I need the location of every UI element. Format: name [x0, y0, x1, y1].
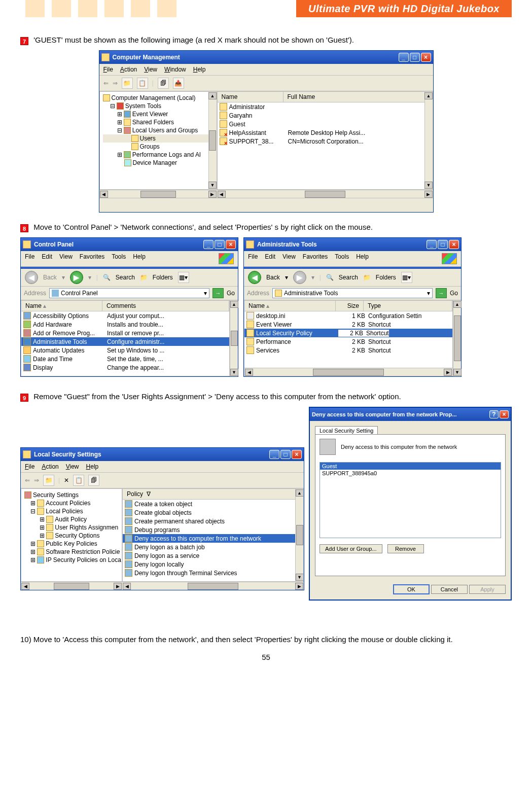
minimize-button[interactable]: _: [203, 240, 214, 249]
tree-item[interactable]: ⊟ Local Policies: [24, 507, 119, 515]
list-item[interactable]: Performance2 KBShortcut: [244, 337, 452, 346]
close-button[interactable]: ×: [421, 53, 431, 62]
tree-item[interactable]: ⊞ Security Options: [24, 532, 119, 540]
tree-h-scrollbar[interactable]: ◀▶: [99, 190, 217, 198]
export-icon[interactable]: 🗐: [88, 475, 99, 486]
menu-view[interactable]: View: [66, 463, 79, 470]
list-item[interactable]: Add or Remove Prog...Install or remove p…: [21, 329, 229, 337]
policy-item[interactable]: Create global objects: [123, 508, 303, 517]
search-icon[interactable]: 🔍: [326, 274, 334, 281]
tree-item[interactable]: ⊞ Software Restriction Policie: [24, 548, 119, 556]
tree-item[interactable]: ⊞ Public Key Policies: [24, 540, 119, 548]
minimize-button[interactable]: _: [399, 53, 409, 62]
list-v-scrollbar[interactable]: ▲▼: [424, 92, 433, 189]
back-button[interactable]: ◀: [248, 271, 261, 284]
folders-icon[interactable]: 📁: [363, 274, 371, 281]
at-titlebar[interactable]: Administrative Tools _ □ ×: [244, 238, 461, 251]
tree-eventviewer[interactable]: ⊞ Event Viewer: [103, 110, 214, 118]
col-policy[interactable]: Policy ∇: [123, 489, 303, 499]
list-item[interactable]: Services2 KBShortcut: [244, 346, 452, 355]
address-field[interactable]: Administrative Tools▾: [272, 288, 433, 298]
apply-button[interactable]: Apply: [469, 585, 506, 594]
back-label[interactable]: Back: [266, 274, 280, 281]
menu-help[interactable]: Help: [86, 463, 99, 470]
back-arrow-icon[interactable]: ⇐: [25, 477, 30, 484]
maximize-button[interactable]: □: [280, 450, 291, 459]
lss-v-scrollbar[interactable]: ▲▼: [295, 489, 303, 581]
tree-users[interactable]: Users: [103, 134, 214, 143]
tree-item[interactable]: ⊞ User Rights Assignmen: [24, 523, 119, 532]
tree-item[interactable]: Security Settings: [24, 491, 119, 499]
fwd-button[interactable]: ▶: [70, 271, 83, 284]
menu-file[interactable]: File: [25, 253, 34, 264]
menu-tools[interactable]: Tools: [335, 253, 349, 264]
lss-policy-list[interactable]: Policy ∇ Create a token object Create gl…: [122, 488, 304, 582]
menu-view[interactable]: View: [144, 66, 157, 73]
col-size[interactable]: Size: [336, 301, 364, 311]
tree-devmgr[interactable]: Device Manager: [103, 159, 214, 167]
up-folder-icon[interactable]: 📁: [43, 475, 54, 486]
folders-icon[interactable]: 📁: [140, 274, 148, 281]
list-h-scrollbar[interactable]: ◀▶: [217, 190, 433, 198]
policy-item-selected[interactable]: Deny access to this computer from the ne…: [123, 534, 303, 543]
menu-window[interactable]: Window: [164, 66, 186, 73]
tree-item[interactable]: ⊞ IP Security Policies on Loca: [24, 556, 119, 564]
delete-icon[interactable]: ✕: [64, 477, 69, 484]
fwd-arrow-icon[interactable]: ⇒: [34, 477, 39, 484]
properties-icon[interactable]: 📋: [137, 78, 148, 89]
address-field[interactable]: Control Panel▾: [49, 288, 209, 298]
menu-edit[interactable]: Edit: [265, 253, 275, 264]
ok-button[interactable]: OK: [393, 584, 430, 594]
remove-button[interactable]: Remove: [387, 544, 424, 553]
close-button[interactable]: ×: [226, 240, 236, 249]
views-button[interactable]: ▦▾: [401, 272, 412, 283]
list-item[interactable]: Accessibility OptionsAdjust your comput.…: [21, 311, 229, 320]
dlg-tab[interactable]: Local Security Setting: [315, 426, 378, 435]
refresh-icon[interactable]: 🗐: [158, 78, 169, 89]
policy-item[interactable]: Debug programs: [123, 525, 303, 534]
dlg-user-list[interactable]: Guest SUPPORT_388945a0: [320, 462, 501, 538]
cp-titlebar[interactable]: Control Panel _ □ ×: [21, 238, 238, 251]
menu-edit[interactable]: Edit: [42, 253, 52, 264]
cp-list[interactable]: Name ▴ Comments Accessibility OptionsAdj…: [21, 300, 230, 376]
compmgmt-titlebar[interactable]: Computer Management _ □ ×: [99, 51, 433, 64]
policy-item[interactable]: Create permanent shared objects: [123, 517, 303, 525]
col-name[interactable]: Name: [218, 92, 283, 102]
cancel-button[interactable]: Cancel: [431, 585, 468, 594]
list-header[interactable]: Name Full Name: [218, 92, 433, 102]
back-arrow-icon[interactable]: ⇐: [103, 80, 109, 87]
compmgmt-list[interactable]: Name Full Name Administrator Garyahn Gue…: [217, 91, 433, 190]
user-row[interactable]: Administrator: [218, 102, 433, 111]
add-user-button[interactable]: Add User or Group...: [320, 544, 382, 553]
policy-item[interactable]: Deny logon locally: [123, 560, 303, 569]
up-folder-icon[interactable]: 📁: [122, 78, 133, 89]
list-item[interactable]: Automatic UpdatesSet up Windows to ...: [21, 346, 229, 355]
menu-action[interactable]: Action: [42, 463, 58, 470]
maximize-button[interactable]: □: [438, 240, 448, 249]
tree-groups[interactable]: Groups: [103, 143, 214, 151]
list-item-selected[interactable]: Local Security Policy2 KBShortcut: [244, 329, 452, 337]
at-v-scrollbar[interactable]: ▲▼: [453, 300, 461, 376]
cp-v-scrollbar[interactable]: ▲▼: [230, 300, 238, 376]
compmgmt-tree[interactable]: Computer Management (Local) ⊟ System Too…: [99, 91, 217, 190]
list-item[interactable]: desktop.ini1 KBConfiguration Settin: [244, 311, 452, 320]
dlg-titlebar[interactable]: Deny access to this computer from the ne…: [310, 408, 511, 421]
list-item[interactable]: Event Viewer2 KBShortcut: [244, 320, 452, 329]
tree-perflogs[interactable]: ⊞ Performance Logs and Al: [103, 151, 214, 159]
export-icon[interactable]: 📤: [173, 78, 184, 89]
user-row[interactable]: SUPPORT_38...CN=Microsoft Corporation...: [218, 137, 433, 146]
at-h-scrollbar[interactable]: ◀▶: [244, 368, 452, 376]
tree-root[interactable]: Computer Management (Local): [103, 94, 214, 102]
lss-tree-h-scrollbar[interactable]: ◀▶: [21, 582, 122, 590]
go-button[interactable]: →: [212, 288, 224, 298]
menu-tools[interactable]: Tools: [112, 253, 126, 264]
tree-item[interactable]: ⊞ Audit Policy: [24, 515, 119, 523]
search-icon[interactable]: 🔍: [103, 274, 111, 281]
menu-file[interactable]: File: [248, 253, 258, 264]
menu-view[interactable]: View: [59, 253, 73, 264]
list-item-selected[interactable]: Administrative ToolsConfigure administr.…: [21, 337, 229, 346]
fwd-arrow-icon[interactable]: ⇒: [113, 80, 118, 87]
at-list[interactable]: Name ▴ Size Type desktop.ini1 KBConfigur…: [244, 300, 453, 376]
maximize-button[interactable]: □: [215, 240, 225, 249]
menu-file[interactable]: File: [103, 66, 113, 73]
